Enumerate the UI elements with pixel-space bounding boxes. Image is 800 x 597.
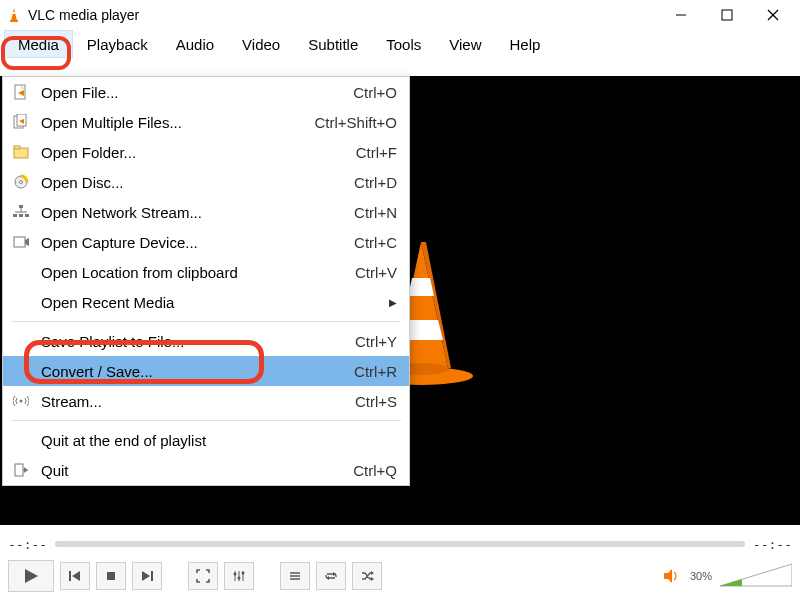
menuitem-open-network[interactable]: Open Network Stream... Ctrl+N [3, 197, 409, 227]
stream-icon [11, 391, 31, 411]
menuitem-shortcut: Ctrl+N [338, 204, 397, 221]
menuitem-shortcut: Ctrl+Q [337, 462, 397, 479]
files-icon [11, 112, 31, 132]
capture-icon [11, 232, 31, 252]
menuitem-quit-end[interactable]: Quit at the end of playlist [3, 425, 409, 455]
menuitem-shortcut: Ctrl+O [337, 84, 397, 101]
svg-rect-2 [10, 20, 18, 22]
menuitem-save-playlist[interactable]: Save Playlist to File... Ctrl+Y [3, 326, 409, 356]
file-icon [11, 82, 31, 102]
elapsed-time[interactable]: --:-- [8, 537, 47, 552]
svg-marker-53 [371, 577, 374, 581]
minimize-button[interactable] [658, 0, 704, 30]
menu-audio[interactable]: Audio [162, 30, 228, 58]
svg-point-44 [234, 573, 237, 576]
quit-icon [11, 460, 31, 480]
menuitem-label: Open Capture Device... [41, 234, 338, 251]
menuitem-label: Quit at the end of playlist [41, 432, 397, 449]
remaining-time[interactable]: --:-- [753, 537, 792, 552]
menuitem-shortcut: Ctrl+D [338, 174, 397, 191]
svg-rect-32 [15, 464, 23, 476]
shuffle-button[interactable] [352, 562, 382, 590]
menu-subtitle[interactable]: Subtitle [294, 30, 372, 58]
playlist-button[interactable] [280, 562, 310, 590]
volume-percent: 30% [690, 570, 712, 582]
submenu-arrow-icon: ▶ [389, 297, 397, 308]
svg-marker-37 [72, 571, 80, 581]
menuitem-shortcut: Ctrl+F [340, 144, 397, 161]
seek-slider[interactable] [55, 541, 745, 547]
svg-rect-36 [69, 571, 71, 581]
svg-marker-35 [25, 569, 38, 583]
controls-bar: 30% [8, 559, 792, 593]
svg-point-45 [238, 577, 241, 580]
volume-slider[interactable] [720, 562, 792, 590]
media-dropdown: Open File... Ctrl+O Open Multiple Files.… [2, 76, 410, 486]
loop-button[interactable] [316, 562, 346, 590]
menuitem-label: Quit [41, 462, 337, 479]
menu-help[interactable]: Help [496, 30, 555, 58]
play-button[interactable] [8, 560, 54, 592]
window-title: VLC media player [28, 7, 658, 23]
menuitem-label: Open File... [41, 84, 337, 101]
menuitem-label: Open Disc... [41, 174, 338, 191]
svg-marker-34 [24, 467, 28, 473]
ext-settings-button[interactable] [224, 562, 254, 590]
menuitem-open-multiple[interactable]: Open Multiple Files... Ctrl+Shift+O [3, 107, 409, 137]
svg-marker-30 [25, 238, 29, 246]
stop-button[interactable] [96, 562, 126, 590]
time-tracker: --:-- --:-- [8, 533, 792, 555]
menuitem-shortcut: Ctrl+Shift+O [298, 114, 397, 131]
menu-video[interactable]: Video [228, 30, 294, 58]
menu-media[interactable]: Media [4, 30, 73, 58]
svg-marker-39 [142, 571, 150, 581]
svg-marker-0 [11, 8, 17, 21]
close-button[interactable] [750, 0, 796, 30]
disc-icon [11, 172, 31, 192]
svg-rect-1 [12, 12, 15, 14]
menuitem-shortcut: Ctrl+S [339, 393, 397, 410]
vlc-cone-icon [6, 7, 22, 23]
menuitem-label: Open Location from clipboard [41, 264, 339, 281]
svg-point-31 [20, 400, 23, 403]
titlebar: VLC media player [0, 0, 800, 30]
svg-point-22 [20, 181, 23, 184]
svg-point-46 [242, 572, 245, 575]
menuitem-open-capture[interactable]: Open Capture Device... Ctrl+C [3, 227, 409, 257]
folder-icon [11, 142, 31, 162]
menuitem-shortcut: Ctrl+Y [339, 333, 397, 350]
menuitem-open-folder[interactable]: Open Folder... Ctrl+F [3, 137, 409, 167]
menuitem-shortcut: Ctrl+R [338, 363, 397, 380]
menuitem-label: Open Recent Media [41, 294, 389, 311]
svg-rect-29 [14, 237, 25, 247]
svg-marker-54 [664, 569, 672, 583]
menuitem-label: Save Playlist to File... [41, 333, 339, 350]
menu-view[interactable]: View [435, 30, 495, 58]
menuitem-open-recent[interactable]: Open Recent Media ▶ [3, 287, 409, 317]
speaker-icon[interactable] [662, 567, 680, 585]
network-icon [11, 202, 31, 222]
menuitem-stream[interactable]: Stream... Ctrl+S [3, 386, 409, 416]
menuitem-open-file[interactable]: Open File... Ctrl+O [3, 77, 409, 107]
menu-separator [11, 420, 401, 421]
menuitem-convert-save[interactable]: Convert / Save... Ctrl+R [3, 356, 409, 386]
menuitem-label: Convert / Save... [41, 363, 338, 380]
menuitem-open-clipboard[interactable]: Open Location from clipboard Ctrl+V [3, 257, 409, 287]
svg-rect-38 [107, 572, 115, 580]
next-button[interactable] [132, 562, 162, 590]
menuitem-label: Open Multiple Files... [41, 114, 298, 131]
fullscreen-button[interactable] [188, 562, 218, 590]
menuitem-label: Open Network Stream... [41, 204, 338, 221]
menu-playback[interactable]: Playback [73, 30, 162, 58]
menubar: Media Playback Audio Video Subtitle Tool… [0, 30, 800, 58]
svg-marker-10 [408, 278, 434, 296]
svg-rect-20 [14, 146, 20, 149]
menuitem-quit[interactable]: Quit Ctrl+Q [3, 455, 409, 485]
svg-rect-4 [722, 10, 732, 20]
menuitem-label: Stream... [41, 393, 339, 410]
menu-separator [11, 321, 401, 322]
previous-button[interactable] [60, 562, 90, 590]
menuitem-open-disc[interactable]: Open Disc... Ctrl+D [3, 167, 409, 197]
maximize-button[interactable] [704, 0, 750, 30]
menu-tools[interactable]: Tools [372, 30, 435, 58]
